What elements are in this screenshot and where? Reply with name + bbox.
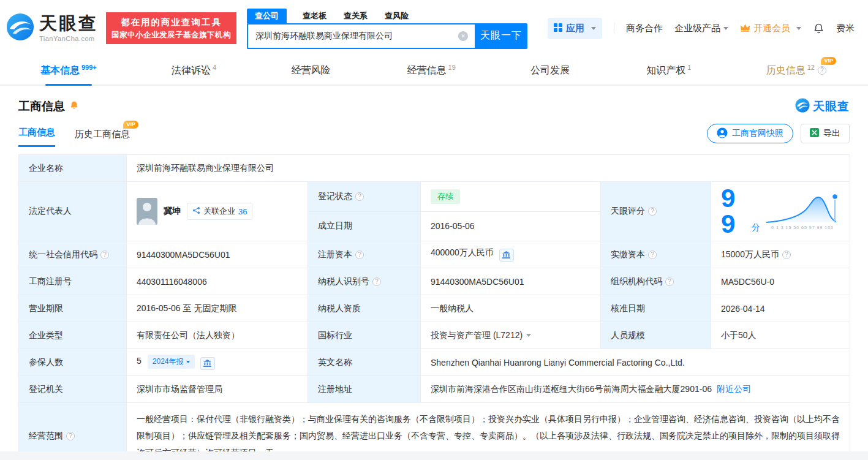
tab-count: 19 (448, 64, 456, 71)
clear-icon[interactable] (458, 31, 468, 41)
chevron-down-icon[interactable] (526, 334, 531, 337)
menu-username[interactable]: 费米 (836, 23, 855, 34)
tab-label: 经营风险 (291, 64, 330, 77)
field-value-company-type: 有限责任公司（法人独资） (127, 322, 308, 349)
field-value-uscc: 91440300MA5DC56U01 (127, 241, 308, 268)
insured-count-text: 5 (137, 356, 142, 366)
field-value-reg-authority: 深圳市市场监督管理局 (127, 376, 308, 403)
export-button[interactable]: 导出 (801, 124, 850, 143)
help-icon[interactable] (66, 432, 75, 440)
tab-history-info[interactable]: VIP 历史信息 12 (761, 56, 831, 85)
field-label-text: 纳税人识别号 (318, 276, 369, 286)
menu-business-cooperation[interactable]: 商务合作 (626, 23, 663, 34)
score-number: 99 (721, 186, 747, 237)
field-value-established: 2016-05-06 (421, 211, 601, 241)
help-icon[interactable] (355, 192, 364, 201)
related-companies-chip[interactable]: 关联企业 36 (187, 203, 252, 220)
chevron-down-icon (723, 27, 728, 30)
field-label-text: 经营范围 (29, 431, 63, 440)
help-icon[interactable] (782, 251, 791, 259)
page: 天眼查 TianYanCha.com 都在用的商业查询工具 国家中小企业发展子基… (0, 0, 868, 460)
field-label-text: 注册资本 (318, 249, 352, 259)
tab-label: 公司发展 (530, 64, 570, 77)
subtab-business-info[interactable]: 工商信息 (18, 127, 55, 147)
help-icon[interactable] (665, 277, 674, 286)
table-row: 企业类型 有限责任公司（法人独资） 国标行业 投资与资产管理 (L7212) 人… (19, 322, 850, 349)
tab-operation-info[interactable]: 经营信息 19 (402, 56, 461, 85)
table-row: 工商注册号 440301116048006 纳税人识别号 91440300MA5… (19, 268, 850, 295)
tianyancha-wave-icon (6, 13, 34, 43)
field-value-score: 99 分 0 1 (711, 182, 850, 241)
section-bell-icon[interactable] (69, 100, 79, 113)
help-icon[interactable] (100, 251, 109, 259)
tab-operation-risk[interactable]: 经营风险 (286, 56, 337, 85)
tab-intellectual-property[interactable]: 知识产权 1 (641, 56, 696, 85)
nearby-companies-link[interactable]: 附近公司 (717, 384, 751, 394)
bank-icon[interactable] (499, 249, 514, 262)
menu-open-vip[interactable]: 开通会员 (740, 23, 801, 34)
field-label-staff-size: 人员规模 (601, 322, 711, 349)
subtab-history-business-info[interactable]: VIP 历史工商信息 (75, 129, 130, 147)
field-label-score: 天眼评分 (601, 182, 711, 241)
field-value-insured-count: 52024年报 (127, 349, 308, 376)
search-tab-boss[interactable]: 查老板 (301, 9, 328, 23)
menu-enterprise-products[interactable]: 企业级产品 (674, 23, 728, 34)
status-badge: 存续 (431, 189, 460, 204)
tab-company-development[interactable]: 公司发展 (526, 56, 576, 85)
export-button-label: 导出 (823, 128, 840, 139)
search-tab-risk[interactable]: 查风险 (383, 9, 410, 23)
network-icon (192, 206, 200, 216)
apps-menu[interactable]: 应用 (548, 18, 602, 39)
field-label-org-code: 组织机构代码 (601, 268, 711, 295)
field-label-text: 统一社会信用代码 (29, 249, 97, 259)
annual-report-badge[interactable]: 2024年报 (148, 355, 195, 369)
score-axis-ticks: 0 1 3 15 50 65 97 99 100 (771, 225, 834, 230)
tab-legal-proceedings[interactable]: 法律诉讼 4 (167, 56, 221, 85)
section-header: 工商信息 天眼查 (0, 86, 868, 115)
field-label-reg-status: 登记状态 (308, 182, 421, 212)
search-input[interactable] (247, 23, 475, 49)
score-chart[interactable]: 0 1 3 15 50 65 97 99 100 (765, 193, 840, 230)
field-value-industry: 投资与资产管理 (L7212) (421, 322, 601, 349)
menu-divider (614, 23, 614, 34)
search-tab-company[interactable]: 查公司 (247, 9, 287, 23)
notification-bell-icon[interactable] (813, 23, 825, 34)
apps-menu-label: 应用 (566, 23, 584, 34)
section-title: 工商信息 (18, 99, 65, 115)
search-button[interactable]: 天眼一下 (475, 23, 527, 49)
field-label-reg-address: 注册地址 (308, 376, 421, 403)
crown-icon (740, 23, 750, 34)
field-value-business-term: 2016-05-06 至 无固定期限 (127, 295, 308, 322)
help-icon[interactable] (355, 251, 364, 259)
legal-rep-avatar[interactable] (137, 198, 157, 225)
help-icon[interactable] (648, 207, 657, 216)
related-companies-label: 关联企业 (203, 206, 235, 217)
field-value-taxpayer-quality: 一般纳税人 (421, 295, 601, 322)
paid-capital-text: 15000万人民币 (721, 249, 779, 259)
bank-icon[interactable] (200, 357, 215, 370)
tianyancha-logo[interactable]: 天眼查 TianYanCha.com (6, 13, 98, 43)
slogan-line2: 国家中小企业发展子基金旗下机构 (111, 29, 231, 41)
search-area: 查公司 查老板 查关系 查风险 天眼一下 (247, 8, 527, 49)
field-label-industry: 国标行业 (308, 322, 421, 349)
field-label-reg-authority: 登记机关 (19, 376, 127, 403)
field-label-approval-date: 核准日期 (601, 295, 711, 322)
field-label-established: 成立日期 (308, 211, 421, 241)
chevron-down-icon (591, 27, 596, 30)
field-value-staff-size: 小于50人 (711, 322, 850, 349)
help-icon[interactable] (372, 277, 381, 286)
table-row: 营业期限 2016-05-06 至 无固定期限 纳税人资质 一般纳税人 核准日期… (19, 295, 850, 322)
search-tab-relation[interactable]: 查关系 (342, 9, 369, 23)
business-info-table: 企业名称 深圳前海环融联易商业保理有限公司 法定代表人 冀坤 (18, 154, 850, 460)
tab-label: 历史信息 (766, 64, 806, 77)
field-value-paid-capital: 15000万人民币 (711, 241, 850, 268)
help-icon[interactable] (818, 66, 826, 75)
tab-count: 4 (213, 64, 216, 71)
tab-basic-info[interactable]: 基本信息 999+ (36, 56, 102, 85)
field-value-reg-address: 深圳市前海深港合作区南山街道枢纽大街66号前海周大福金融大厦2901-06附近公… (421, 376, 850, 403)
legal-rep-name-link[interactable]: 冀坤 (164, 206, 181, 217)
official-snapshot-button[interactable]: 工商官网快照 (707, 124, 793, 143)
field-value-org-code: MA5DC56U-0 (711, 268, 850, 295)
help-icon[interactable] (648, 251, 657, 259)
field-label-text: 天眼评分 (611, 206, 645, 216)
